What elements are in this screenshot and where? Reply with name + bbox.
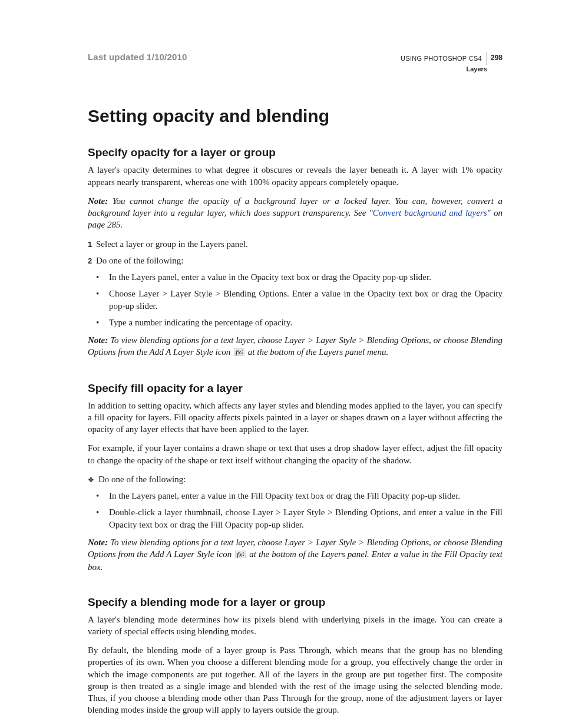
svg-text:fx: fx: [236, 348, 242, 355]
list-item: Choose Layer > Layer Style > Blending Op…: [88, 288, 503, 312]
note-text: at the bottom of the Layers panel menu.: [246, 347, 388, 357]
body-text: In addition to setting opacity, which af…: [88, 400, 503, 436]
section-heading-fill-opacity: Specify fill opacity for a layer: [88, 382, 503, 395]
svg-text:fx: fx: [237, 551, 243, 558]
body-text: A layer's opacity determines to what deg…: [88, 164, 503, 188]
list-item: In the Layers panel, enter a value in th…: [88, 490, 503, 502]
bullet-list: In the Layers panel, enter a value in th…: [88, 490, 503, 531]
note: Note: To view blending options for a tex…: [88, 334, 503, 360]
document-page: Last updated 1/10/2010 USING PHOTOSHOP C…: [0, 0, 562, 728]
section-heading-blending-mode: Specify a blending mode for a layer or g…: [88, 596, 503, 609]
header-right: USING PHOTOSHOP CS4 298 Layers: [401, 52, 503, 73]
body-text: A layer's blending mode determines how i…: [88, 614, 503, 638]
page-number: 298: [491, 54, 503, 63]
list-item: In the Layers panel, enter a value in th…: [88, 271, 503, 283]
last-updated: Last updated 1/10/2010: [88, 52, 187, 62]
section-name: Layers: [401, 65, 487, 73]
note: Note: To view blending options for a tex…: [88, 536, 503, 574]
fx-icon: fx: [235, 549, 246, 561]
doc-title: USING PHOTOSHOP CS4: [401, 54, 482, 62]
diamond-step: Do one of the following:: [88, 473, 503, 485]
step-text: Select a layer or group in the Layers pa…: [96, 239, 248, 249]
section-heading-opacity: Specify opacity for a layer or group: [88, 146, 503, 159]
note-label: Note:: [88, 538, 108, 547]
note-label: Note:: [88, 335, 108, 345]
bullet-list: In the Layers panel, enter a value in th…: [88, 271, 503, 328]
note-label: Note:: [88, 196, 108, 206]
step-item: 1Select a layer or group in the Layers p…: [88, 238, 503, 250]
page-title: Setting opacity and blending: [88, 106, 503, 126]
note: Note: You cannot change the opacity of a…: [88, 195, 503, 231]
fx-icon: fx: [234, 347, 244, 359]
numbered-steps: 1Select a layer or group in the Layers p…: [88, 238, 503, 267]
body-text: By default, the blending mode of a layer…: [88, 644, 503, 716]
page-header: Last updated 1/10/2010 USING PHOTOSHOP C…: [88, 52, 503, 73]
step-item: 2Do one of the following:: [88, 255, 503, 266]
body-text: For example, if your layer contains a dr…: [88, 442, 503, 466]
cross-reference-link[interactable]: Convert background and layers: [373, 208, 487, 218]
list-item: Type a number indicating the percentage …: [88, 317, 503, 328]
step-text: Do one of the following:: [96, 256, 183, 265]
header-divider: [487, 52, 487, 65]
list-item: Double-click a layer thumbnail, choose L…: [88, 506, 503, 531]
